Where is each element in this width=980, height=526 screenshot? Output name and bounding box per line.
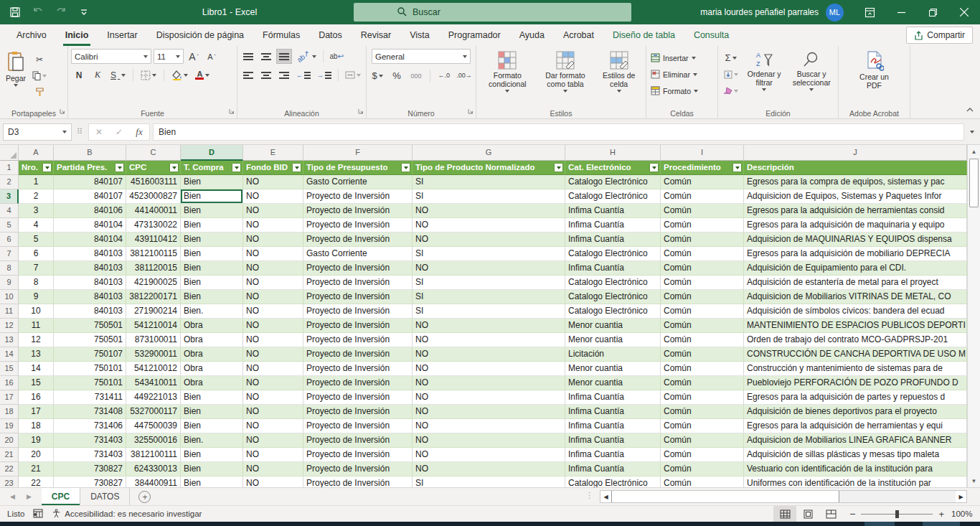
save-icon[interactable] (4, 2, 26, 22)
cell-I22[interactable]: Común (661, 462, 744, 476)
cell-B13[interactable]: 750501 (54, 333, 126, 347)
cell-H11[interactable]: Catalogo Electrónico (565, 304, 661, 319)
column-header-I[interactable]: I (661, 145, 744, 161)
cell-E3[interactable]: NO (243, 189, 303, 204)
ribbon-tab-consulta[interactable]: Consulta (684, 24, 738, 46)
cell-C5[interactable]: 473130022 (126, 218, 181, 233)
cell-C8[interactable]: 381120015 (126, 261, 181, 276)
cell-G13[interactable]: NO (413, 333, 565, 347)
filter-dropdown-icon[interactable] (732, 163, 742, 172)
cell-B23[interactable]: 730827 (54, 476, 126, 487)
cell-B17[interactable]: 731411 (54, 390, 126, 405)
scroll-right-icon[interactable]: ▶ (956, 491, 966, 502)
column-header-D[interactable]: D (181, 145, 243, 161)
clear-icon[interactable] (721, 83, 740, 98)
row-header-21[interactable]: 21 (0, 448, 19, 462)
borders-icon[interactable] (138, 67, 159, 83)
cell-D19[interactable]: Bien (181, 419, 243, 433)
font-size-select[interactable]: 11 (154, 49, 184, 64)
cell-A11[interactable]: 10 (19, 304, 54, 319)
cell-J20[interactable]: Adquisicion de Mobiliarios LINEA GRAFICA… (744, 433, 967, 448)
cell-B2[interactable]: 840107 (54, 175, 126, 189)
cell-D4[interactable]: Bien (181, 204, 243, 218)
cell-I6[interactable]: Común (661, 233, 744, 247)
collapse-ribbon-icon[interactable] (966, 103, 974, 116)
ribbon-tab-inicio[interactable]: Inicio (56, 24, 98, 46)
ribbon-tab-archivo[interactable]: Archivo (7, 24, 56, 46)
row-header-19[interactable]: 19 (0, 419, 19, 433)
dialog-launcher-icon[interactable] (358, 104, 364, 117)
horizontal-scrollbar[interactable]: ◀ ▶ (600, 490, 967, 503)
row-header-9[interactable]: 9 (0, 276, 19, 290)
sheet-tab-datos[interactable]: DATOS (80, 488, 130, 505)
cell-F20[interactable]: Proyecto de Inversión (303, 433, 413, 448)
cell-I21[interactable]: Común (661, 448, 744, 462)
format-as-table-button[interactable]: Dar formato como tabla (537, 49, 594, 95)
filter-dropdown-icon[interactable] (42, 163, 52, 172)
cell-I19[interactable]: Común (661, 419, 744, 433)
table-header-t-compra[interactable]: T. Compra (181, 161, 243, 175)
wrap-text-icon[interactable]: ab↩ (328, 49, 347, 64)
cell-A23[interactable]: 22 (19, 476, 54, 487)
cell-J5[interactable]: Egresos para la adquisición de maquinari… (744, 218, 967, 233)
cell-J14[interactable]: CONSTRUCCIÓN DE CANCHA DEPORTIVA DE USO … (744, 347, 967, 362)
zoom-thumb[interactable] (895, 510, 899, 518)
cell-D18[interactable]: Bien (181, 405, 243, 419)
cell-H8[interactable]: Infima Cuantía (565, 261, 661, 276)
cell-H15[interactable]: Menor cuantia (565, 362, 661, 376)
zoom-level[interactable]: 100% (951, 509, 980, 518)
cell-B11[interactable]: 840103 (54, 304, 126, 319)
decrease-font-icon[interactable]: Aˇ (204, 49, 220, 64)
cell-C21[interactable]: 3812100111 (126, 448, 181, 462)
cell-G18[interactable]: NO (413, 405, 565, 419)
fill-icon[interactable] (721, 67, 740, 82)
row-header-13[interactable]: 13 (0, 333, 19, 347)
filter-dropdown-icon[interactable] (649, 163, 659, 172)
cell-C7[interactable]: 3812100115 (126, 247, 181, 261)
cell-I14[interactable]: Común (661, 347, 744, 362)
macro-record-icon[interactable] (33, 509, 43, 520)
page-layout-view-icon[interactable] (796, 506, 819, 522)
column-header-C[interactable]: C (126, 145, 181, 161)
enter-icon[interactable]: ✓ (109, 124, 129, 140)
tab-scroll-splitter[interactable]: ⋮ (585, 491, 593, 500)
cell-F16[interactable]: Proyecto de Inversión (303, 376, 413, 390)
cell-A3[interactable]: 2 (19, 189, 54, 204)
cell-F11[interactable]: Proyecto de Inversión (303, 304, 413, 319)
cell-D6[interactable]: Bien (181, 233, 243, 247)
cell-G2[interactable]: SI (413, 175, 565, 189)
font-color-icon[interactable]: A (193, 67, 212, 83)
percent-format-icon[interactable]: % (389, 68, 405, 83)
cell-J18[interactable]: Adquisición de bienes deportivos para el… (744, 405, 967, 419)
page-break-view-icon[interactable] (819, 506, 842, 522)
cell-J17[interactable]: Egresos para la adquisición de partes y … (744, 390, 967, 405)
cell-G14[interactable]: NO (413, 347, 565, 362)
filter-dropdown-icon[interactable] (292, 163, 301, 172)
cell-H3[interactable]: Catalogo Electrónico (565, 189, 661, 204)
cell-D7[interactable]: Bien (181, 247, 243, 261)
cell-J15[interactable]: Construcción y mantenimiento de sistemas… (744, 362, 967, 376)
bold-button[interactable]: N (71, 67, 87, 83)
cell-C9[interactable]: 421900025 (126, 276, 181, 290)
cell-E14[interactable]: NO (243, 347, 303, 362)
row-header-6[interactable]: 6 (0, 233, 19, 247)
cell-D15[interactable]: Obra (181, 362, 243, 376)
cell-A7[interactable]: 6 (19, 247, 54, 261)
ribbon-display-options-icon[interactable] (854, 0, 885, 24)
number-format-select[interactable]: General (372, 49, 471, 64)
cell-H22[interactable]: Infima Cuantía (565, 462, 661, 476)
cell-I7[interactable]: Común (661, 247, 744, 261)
restore-button[interactable] (917, 0, 948, 24)
row-header-14[interactable]: 14 (0, 347, 19, 362)
cell-H4[interactable]: Infima Cuantía (565, 204, 661, 218)
increase-indent-icon[interactable]: → (315, 67, 334, 83)
ribbon-tab-ayuda[interactable]: Ayuda (510, 24, 554, 46)
cell-B4[interactable]: 840106 (54, 204, 126, 218)
name-box[interactable]: D3 (3, 123, 72, 141)
cell-H9[interactable]: Catalogo Electrónico (565, 276, 661, 290)
cell-F18[interactable]: Proyecto de Inversión (303, 405, 413, 419)
cell-H10[interactable]: Catalogo Electrónico (565, 290, 661, 304)
cell-C2[interactable]: 4516003111 (126, 175, 181, 189)
cell-C12[interactable]: 541210014 (126, 319, 181, 333)
cell-B10[interactable]: 840103 (54, 290, 126, 304)
